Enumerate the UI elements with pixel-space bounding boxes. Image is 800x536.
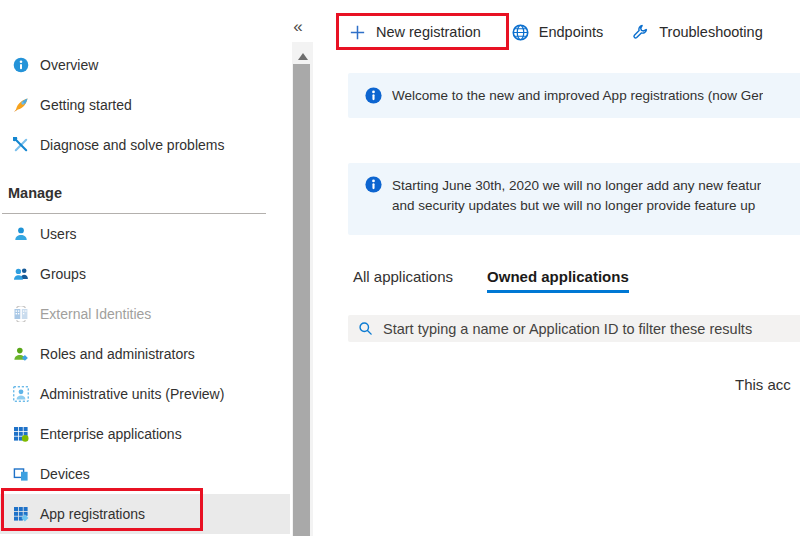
sidebar-section-manage: Manage (0, 173, 290, 213)
main-content: New registration Endpoints Troubleshooti… (313, 0, 800, 536)
admin-units-icon (13, 386, 29, 402)
sidebar-item-enterprise-applications[interactable]: Enterprise applications (0, 414, 290, 454)
sidebar-item-label: Enterprise applications (40, 426, 182, 442)
endpoints-button[interactable]: Endpoints (500, 14, 615, 50)
wrench-icon (631, 23, 650, 42)
sidebar-item-getting-started[interactable]: Getting started (0, 85, 290, 125)
plus-icon (348, 23, 367, 42)
info-icon (13, 57, 29, 73)
banner-text: Welcome to the new and improved App regi… (392, 88, 763, 103)
users-icon (13, 266, 29, 282)
endpoints-label: Endpoints (539, 24, 604, 40)
devices-icon (13, 466, 29, 482)
sidebar-item-label: Users (40, 226, 77, 242)
info-banner-deprecation: Starting June 30th, 2020 we will no long… (348, 163, 800, 235)
sidebar-item-label: Groups (40, 266, 86, 282)
sidebar-item-label: Diagnose and solve problems (40, 137, 224, 153)
troubleshooting-label: Troubleshooting (659, 24, 762, 40)
results-partial-text: This acc (735, 376, 791, 393)
roles-icon (13, 346, 29, 362)
sidebar-item-devices[interactable]: Devices (0, 454, 290, 494)
applications-tabs: All applications Owned applications (353, 268, 629, 293)
sidebar-item-label: Getting started (40, 97, 132, 113)
app-registrations-icon (13, 506, 29, 522)
sidebar-scrollbar[interactable] (292, 42, 313, 536)
new-registration-label: New registration (376, 24, 481, 40)
sidebar-item-label: Devices (40, 466, 90, 482)
info-icon (365, 87, 382, 104)
globe-icon (511, 23, 530, 42)
search-icon (358, 321, 373, 336)
sidebar-item-groups[interactable]: Groups (0, 254, 290, 294)
troubleshooting-button[interactable]: Troubleshooting (620, 14, 773, 50)
banner-line-1: Starting June 30th, 2020 we will no long… (392, 176, 761, 196)
banner-line-2: and security updates but we will no long… (392, 196, 761, 216)
sidebar-item-app-registrations[interactable]: App registrations (0, 494, 290, 534)
sidebar-item-label: Overview (40, 57, 98, 73)
sidebar-item-diagnose[interactable]: Diagnose and solve problems (0, 125, 290, 165)
sidebar-item-external-identities[interactable]: External Identities (0, 294, 290, 334)
sidebar-nav: Overview Getting started Diagnose and so… (0, 45, 290, 534)
scrollbar-up-arrow-icon[interactable] (298, 53, 308, 60)
rocket-icon (13, 97, 29, 113)
sidebar: « Overview Getting started Diagnose and … (0, 0, 313, 536)
sidebar-item-roles-and-administrators[interactable]: Roles and administrators (0, 334, 290, 374)
new-registration-button[interactable]: New registration (337, 14, 492, 50)
azure-app-registrations-page: « Overview Getting started Diagnose and … (0, 0, 800, 536)
tab-owned-applications[interactable]: Owned applications (487, 268, 629, 293)
sidebar-item-overview[interactable]: Overview (0, 45, 290, 85)
tab-all-applications[interactable]: All applications (353, 268, 453, 293)
enterprise-applications-icon (13, 426, 29, 442)
banner-text: Starting June 30th, 2020 we will no long… (392, 176, 761, 216)
sidebar-item-label: Roles and administrators (40, 346, 195, 362)
collapse-sidebar-button[interactable]: « (287, 17, 309, 37)
sidebar-item-users[interactable]: Users (0, 214, 290, 254)
search-input[interactable] (381, 320, 800, 338)
sidebar-item-label: External Identities (40, 306, 151, 322)
tools-icon (13, 137, 29, 153)
sidebar-item-administrative-units[interactable]: Administrative units (Preview) (0, 374, 290, 414)
sidebar-item-label: App registrations (40, 506, 145, 522)
filter-search-box[interactable] (348, 315, 800, 342)
info-icon (365, 176, 382, 193)
info-banner-welcome: Welcome to the new and improved App regi… (348, 73, 800, 118)
external-identities-icon (13, 306, 29, 322)
scrollbar-thumb[interactable] (293, 64, 310, 536)
user-icon (13, 226, 29, 242)
sidebar-item-label: Administrative units (Preview) (40, 386, 224, 402)
command-bar: New registration Endpoints Troubleshooti… (337, 14, 774, 50)
